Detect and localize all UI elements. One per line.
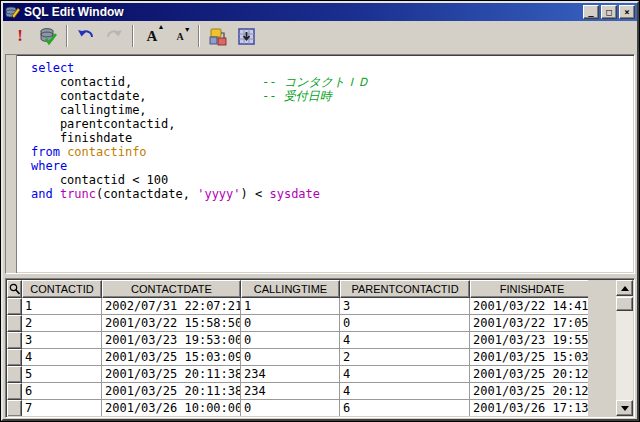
table-row: 62001/03/25 20:11:3823442001/03/25 20:12… <box>7 383 588 400</box>
scroll-down-button[interactable] <box>616 400 633 416</box>
font-increase-button[interactable]: A▲ <box>139 24 165 49</box>
table-row: 72001/03/26 10:00:00062001/03/26 17:13:5… <box>7 400 588 416</box>
grid-cell[interactable]: 2 <box>22 315 102 332</box>
column-header-parentcontactid[interactable]: PARENTCONTACTID <box>340 280 470 298</box>
grid-cell[interactable]: 3 <box>340 298 470 315</box>
grid-cell[interactable]: 2001/03/22 17:05:14 <box>470 315 588 332</box>
grid-cell[interactable]: 3 <box>22 332 102 349</box>
close-button[interactable]: × <box>619 5 635 19</box>
arrow-up-icon <box>621 286 629 291</box>
window-controls: _ □ × <box>583 5 635 19</box>
table-row: 32001/03/23 19:53:00042001/03/23 19:55:4… <box>7 332 588 349</box>
toolbar-separator <box>198 25 200 47</box>
grid-cell[interactable]: 0 <box>340 315 470 332</box>
code-line[interactable]: contactid, -- コンタクトＩＤ <box>31 75 632 89</box>
row-selector[interactable] <box>7 366 22 383</box>
code-line[interactable]: from contactinfo <box>31 145 632 159</box>
redo-button[interactable] <box>101 24 127 49</box>
grid-cell[interactable]: 2001/03/25 20:12:35 <box>470 383 588 400</box>
titlebar[interactable]: SQL Edit Window _ □ × <box>3 3 637 21</box>
grid-cell[interactable]: 6 <box>340 400 470 416</box>
grid-cell[interactable]: 2001/03/25 15:03:20 <box>470 349 588 366</box>
column-header-finishdate[interactable]: FINISHDATE <box>470 280 588 298</box>
grid-cell[interactable]: 4 <box>340 383 470 400</box>
column-header-contactid[interactable]: CONTACTID <box>22 280 102 298</box>
grid-cell[interactable]: 2001/03/25 15:03:09 <box>102 349 241 366</box>
export-grid-button[interactable] <box>233 24 259 49</box>
sql-editor-code[interactable]: select contactid, -- コンタクトＩＤ contactdate… <box>17 55 634 273</box>
grid-cell[interactable]: 2001/03/22 14:41:38 <box>470 298 588 315</box>
grid-cell[interactable]: 0 <box>241 400 340 416</box>
results-grid: CONTACTIDCONTACTDATECALLINGTIMEPARENTCON… <box>5 278 635 418</box>
arrow-down-icon <box>621 406 629 411</box>
grid-cell[interactable]: 2001/03/26 10:00:00 <box>102 400 241 416</box>
grid-cell[interactable]: 7 <box>22 400 102 416</box>
row-selector[interactable] <box>7 383 22 400</box>
grid-cell[interactable]: 4 <box>340 366 470 383</box>
toolbar: ! A▲ A▼ <box>3 21 637 52</box>
grid-cell[interactable]: 2002/07/31 22:07:21 <box>102 298 241 315</box>
flowchart-icon <box>208 27 228 46</box>
code-line[interactable]: contactdate, -- 受付日時 <box>31 89 632 103</box>
grid-cell[interactable]: 2 <box>340 349 470 366</box>
row-selector[interactable] <box>7 332 22 349</box>
grid-cell[interactable]: 2001/03/25 20:11:38 <box>102 383 241 400</box>
column-header-callingtime[interactable]: CALLINGTIME <box>241 280 340 298</box>
scrollbar-track[interactable] <box>616 311 633 400</box>
code-line[interactable]: callingtime, <box>31 103 632 117</box>
grid-cell[interactable]: 0 <box>241 332 340 349</box>
table-row: 22001/03/22 15:58:50002001/03/22 17:05:1… <box>7 315 588 332</box>
grid-vertical-scrollbar[interactable] <box>616 280 633 416</box>
table-row: 52001/03/25 20:11:3823442001/03/25 20:12… <box>7 366 588 383</box>
validate-sql-button[interactable] <box>35 24 61 49</box>
grid-cell[interactable]: 2001/03/22 15:58:50 <box>102 315 241 332</box>
toolbar-separator <box>132 25 134 47</box>
row-selector[interactable] <box>7 298 22 315</box>
maximize-button[interactable]: □ <box>601 5 617 19</box>
font-increase-icon: A▲ <box>147 28 158 45</box>
row-selector[interactable] <box>7 349 22 366</box>
grid-cell[interactable]: 234 <box>241 366 340 383</box>
grid-cell[interactable]: 4 <box>22 349 102 366</box>
grid-cell[interactable]: 1 <box>241 298 340 315</box>
grid-cell[interactable]: 2001/03/23 19:55:43 <box>470 332 588 349</box>
row-selector[interactable] <box>7 315 22 332</box>
font-decrease-button[interactable]: A▼ <box>167 24 193 49</box>
undo-icon <box>76 27 96 45</box>
redo-icon <box>104 27 124 45</box>
column-header-contactdate[interactable]: CONTACTDATE <box>102 280 241 298</box>
explain-plan-button[interactable] <box>205 24 231 49</box>
scrollbar-thumb[interactable] <box>616 297 633 311</box>
grid-cell[interactable]: 0 <box>241 315 340 332</box>
code-line[interactable]: and trunc(contactdate, 'yyyy') < sysdate <box>31 187 632 201</box>
code-line[interactable]: select <box>31 61 632 75</box>
sql-editor[interactable]: select contactid, -- コンタクトＩＤ contactdate… <box>5 54 635 274</box>
code-line[interactable]: contactid < 100 <box>31 173 632 187</box>
window-title: SQL Edit Window <box>24 5 580 19</box>
code-line[interactable]: where <box>31 159 632 173</box>
grid-cell[interactable]: 1 <box>22 298 102 315</box>
undo-button[interactable] <box>73 24 99 49</box>
toolbar-separator <box>66 25 68 47</box>
grid-cell[interactable]: 5 <box>22 366 102 383</box>
search-column-header[interactable] <box>7 280 22 298</box>
app-icon <box>5 5 21 20</box>
execute-sql-button[interactable]: ! <box>7 24 33 49</box>
code-line[interactable]: finishdate <box>31 131 632 145</box>
grid-cell[interactable]: 2001/03/25 20:12:35 <box>470 366 588 383</box>
database-check-icon <box>38 26 58 46</box>
grid-cell[interactable]: 0 <box>241 349 340 366</box>
table-row: 12002/07/31 22:07:21132001/03/22 14:41:3… <box>7 298 588 315</box>
scroll-up-button[interactable] <box>616 280 633 296</box>
grid-cell[interactable]: 2001/03/25 20:11:38 <box>102 366 241 383</box>
grid-cell[interactable]: 234 <box>241 383 340 400</box>
grid-cell[interactable]: 4 <box>340 332 470 349</box>
red-exclamation-icon: ! <box>17 26 23 46</box>
minimize-button[interactable]: _ <box>583 5 599 19</box>
search-icon <box>9 283 20 295</box>
grid-cell[interactable]: 2001/03/26 17:13:52 <box>470 400 588 416</box>
row-selector[interactable] <box>7 400 22 416</box>
grid-cell[interactable]: 2001/03/23 19:53:00 <box>102 332 241 349</box>
code-line[interactable]: parentcontactid, <box>31 117 632 131</box>
grid-cell[interactable]: 6 <box>22 383 102 400</box>
